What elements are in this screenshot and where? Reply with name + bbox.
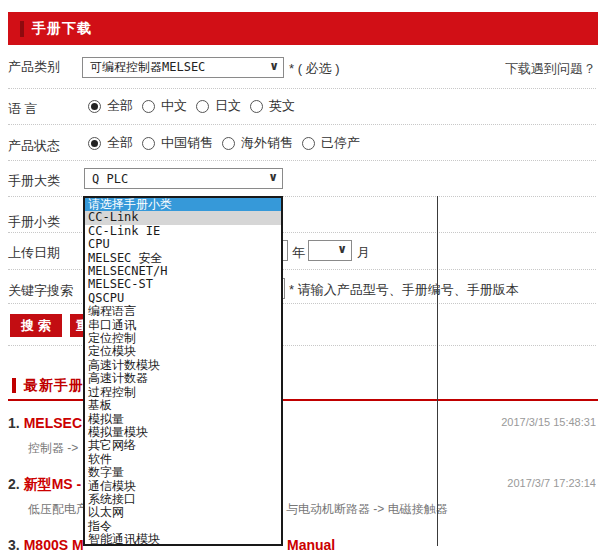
keyword-search-label: 关键字搜索 xyxy=(8,282,73,300)
manual-upload-timestamp: 2017/3/7 17:23:14 xyxy=(507,477,596,489)
month-select[interactable]: ∨ xyxy=(308,240,352,261)
product-category-label: 产品类别 xyxy=(8,58,60,76)
subcategory-option[interactable]: 通信模块 xyxy=(85,480,281,493)
year-suffix: 年 xyxy=(292,244,305,262)
header-accent-bar xyxy=(20,21,24,37)
subcategory-option[interactable]: 模拟量模块 xyxy=(85,426,281,439)
product-category-select[interactable]: 可编程控制器MELSEC ∨ xyxy=(82,57,284,78)
product-status-radio-option[interactable]: 已停产 xyxy=(302,134,360,152)
radio-label: 英文 xyxy=(269,97,295,115)
radio-button-icon[interactable] xyxy=(250,100,263,113)
subcategory-option[interactable]: 模拟量 xyxy=(85,413,281,426)
download-help-link[interactable]: 下载遇到问题？ xyxy=(505,60,596,78)
radio-button-icon[interactable] xyxy=(142,100,155,113)
radio-button-icon[interactable] xyxy=(88,137,101,150)
subcategory-option[interactable]: 软件 xyxy=(85,453,281,466)
manual-title-link[interactable]: 新型MS - xyxy=(24,476,82,492)
product-status-radio-group: 全部 中国销售 海外销售 已停产 xyxy=(88,134,369,152)
keyword-hint: * 请输入产品型号、手册编号、手册版本 xyxy=(289,281,519,299)
subcategory-option[interactable]: 基板 xyxy=(85,399,281,412)
radio-button-icon[interactable] xyxy=(222,137,235,150)
manual-category-select[interactable]: Q PLC ∨ xyxy=(84,168,283,189)
chevron-down-icon: ∨ xyxy=(269,59,279,73)
subcategory-option[interactable]: 过程控制 xyxy=(85,386,281,399)
subcategory-option[interactable]: 以太网 xyxy=(85,506,281,519)
radio-button-icon[interactable] xyxy=(88,100,101,113)
latest-manuals-title: 最新手册 xyxy=(24,377,84,395)
manual-title-link[interactable]: MELSEC xyxy=(24,415,82,431)
manual-index: 2. xyxy=(8,476,20,492)
subcategory-option[interactable]: 串口通讯 xyxy=(85,319,281,332)
subcategory-option[interactable]: 系统接口 xyxy=(85,493,281,506)
subcategory-option[interactable]: QSCPU xyxy=(85,292,281,305)
manual-index: 3. xyxy=(8,537,20,553)
subcategory-option[interactable]: 请选择手册小类 xyxy=(85,198,281,211)
manual-category-label: 手册大类 xyxy=(8,172,60,190)
product-category-value: 可编程控制器MELSEC xyxy=(90,59,205,76)
month-suffix: 月 xyxy=(357,244,370,262)
subcategory-option[interactable]: CC-Link xyxy=(85,211,281,224)
page-title: 手册下载 xyxy=(32,20,92,38)
radio-label: 中国销售 xyxy=(161,134,213,152)
radio-label: 海外销售 xyxy=(241,134,293,152)
language-label: 语 言 xyxy=(8,100,38,118)
chevron-down-icon: ∨ xyxy=(337,242,347,256)
vertical-rule xyxy=(437,196,438,546)
subcategory-option[interactable]: MELSEC 安全 xyxy=(85,252,281,265)
radio-label: 中文 xyxy=(161,97,187,115)
subcategory-option[interactable]: 智能通讯模块 xyxy=(85,533,281,546)
subcategory-option[interactable]: 定位控制 xyxy=(85,332,281,345)
category-path-right: 与电动机断路器 -> 电磁接触器 xyxy=(286,501,448,518)
radio-label: 全部 xyxy=(107,134,133,152)
manual-index: 1. xyxy=(8,415,20,431)
manual-title-continued[interactable]: Manual xyxy=(287,537,335,553)
radio-label: 全部 xyxy=(107,97,133,115)
subcategory-option[interactable]: 定位模块 xyxy=(85,345,281,358)
radio-button-icon[interactable] xyxy=(302,137,315,150)
subcategory-option[interactable]: 数字量 xyxy=(85,466,281,479)
category-path-left: 低压配电产 xyxy=(28,502,88,516)
page-header: 手册下载 xyxy=(8,12,598,45)
row-divider xyxy=(8,124,596,125)
product-status-radio-option[interactable]: 海外销售 xyxy=(222,134,293,152)
subcategory-option[interactable]: 其它网络 xyxy=(85,439,281,452)
search-button[interactable]: 搜 索 xyxy=(10,314,62,337)
radio-button-icon[interactable] xyxy=(196,100,209,113)
row-divider xyxy=(8,88,596,89)
manual-upload-timestamp: 2017/3/15 15:48:31 xyxy=(501,416,596,428)
subcategory-option[interactable]: MELSEC-ST xyxy=(85,278,281,291)
product-status-radio-option[interactable]: 全部 xyxy=(88,134,133,152)
language-radio-option[interactable]: 全部 xyxy=(88,97,133,115)
subcategory-option[interactable]: 指令 xyxy=(85,520,281,533)
language-radio-option[interactable]: 中文 xyxy=(142,97,187,115)
subcategory-option[interactable]: 高速计数模块 xyxy=(85,359,281,372)
radio-label: 日文 xyxy=(215,97,241,115)
product-status-label: 产品状态 xyxy=(8,137,60,155)
row-divider xyxy=(8,160,596,161)
manual-category-value: Q PLC xyxy=(92,172,128,186)
upload-date-label: 上传日期 xyxy=(8,244,60,262)
required-note: * ( 必选 ) xyxy=(289,60,340,78)
category-path-left: 控制器 -> xyxy=(28,441,78,455)
subcategory-option[interactable]: CPU xyxy=(85,238,281,251)
subcategory-option[interactable]: 编程语言 xyxy=(85,305,281,318)
product-status-radio-option[interactable]: 中国销售 xyxy=(142,134,213,152)
language-radio-group: 全部 中文 日文 英文 xyxy=(88,97,304,115)
section-accent-bar xyxy=(12,378,16,393)
chevron-down-icon: ∨ xyxy=(268,170,278,184)
manual-subcategory-label: 手册小类 xyxy=(8,213,60,231)
manual-title-link[interactable]: M800S M xyxy=(24,537,84,553)
radio-label: 已停产 xyxy=(321,134,360,152)
radio-button-icon[interactable] xyxy=(142,137,155,150)
language-radio-option[interactable]: 英文 xyxy=(250,97,295,115)
subcategory-option[interactable]: MELSECNET/H xyxy=(85,265,281,278)
language-radio-option[interactable]: 日文 xyxy=(196,97,241,115)
subcategory-option[interactable]: CC-Link IE xyxy=(85,225,281,238)
subcategory-option[interactable]: 高速计数器 xyxy=(85,372,281,385)
manual-subcategory-listbox[interactable]: 请选择手册小类CC-LinkCC-Link IECPUMELSEC 安全MELS… xyxy=(83,196,283,546)
